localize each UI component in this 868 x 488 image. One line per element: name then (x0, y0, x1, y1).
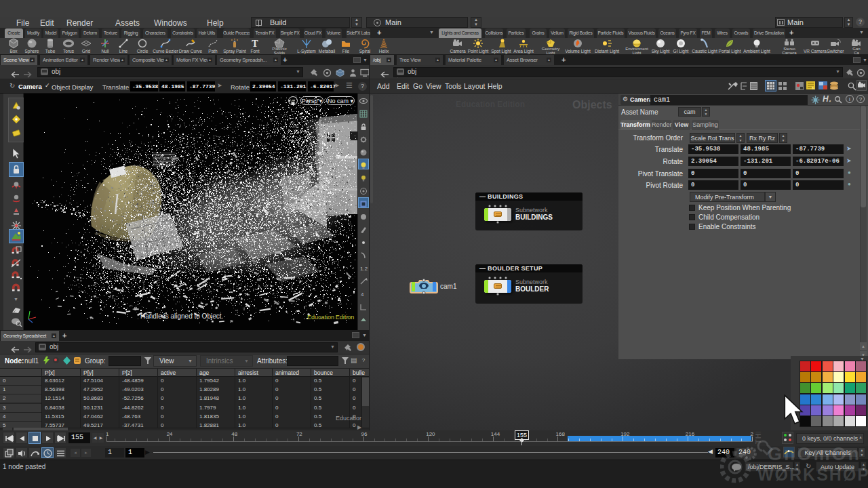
svg-text:1.2: 1.2 (360, 266, 368, 272)
svg-text:GnOmOn: GnOmOn (768, 444, 861, 464)
svg-text:THE: THE (754, 432, 762, 444)
svg-text:T: T (252, 39, 258, 49)
svg-text:4: 4 (361, 291, 364, 298)
svg-text:WØRKSHØP: WØRKSHØP (757, 465, 868, 484)
